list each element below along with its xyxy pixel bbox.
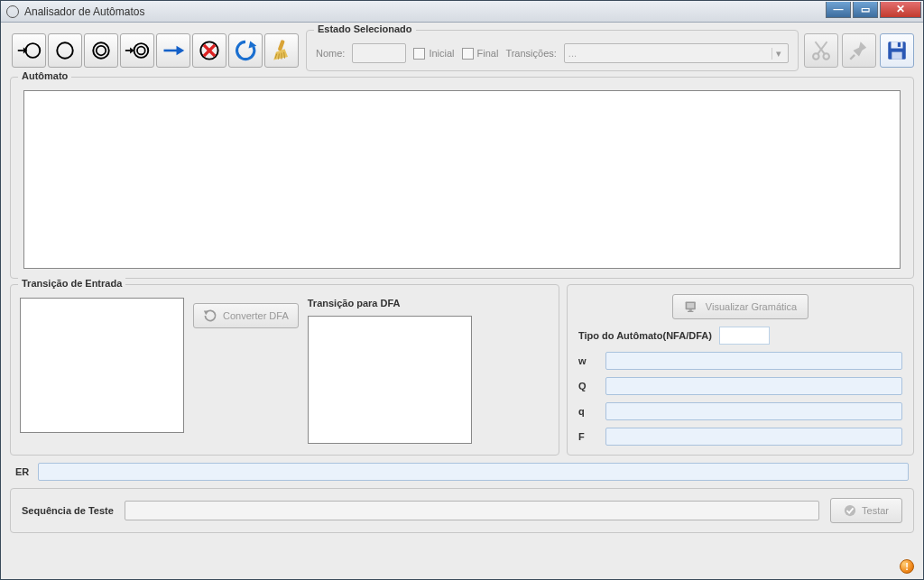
svg-point-5 <box>97 46 106 56</box>
convert-dfa-button[interactable]: Converter DFA <box>193 303 299 328</box>
sequence-label: Sequência de Teste <box>22 505 114 516</box>
automaton-canvas[interactable] <box>23 90 901 269</box>
automaton-type-row: Tipo do Autômato(NFA/DFA) <box>578 327 902 345</box>
svg-point-3 <box>57 42 73 59</box>
svg-rect-32 <box>687 303 694 308</box>
right-toolbar <box>804 30 914 71</box>
visualize-grammar-label: Visualizar Gramática <box>706 301 797 312</box>
test-label: Testar <box>862 505 889 516</box>
transitions-combo[interactable]: ... ▾ <box>564 43 789 63</box>
maximize-button[interactable]: ▭ <box>853 2 878 18</box>
info-panel: Visualizar Gramática Tipo do Autômato(NF… <box>567 284 914 456</box>
row-Q: Q <box>578 377 902 395</box>
automaton-legend: Autômato <box>18 70 71 81</box>
transition-dfa-list[interactable] <box>308 316 472 444</box>
lower-row: Transição de Entrada Converter DFA Trans… <box>10 284 914 456</box>
check-icon <box>844 504 856 517</box>
close-button[interactable]: ✕ <box>880 2 921 18</box>
row-F: F <box>578 428 902 446</box>
svg-marker-11 <box>177 46 185 56</box>
titlebar: Analisador de Autômatos — ▭ ✕ <box>1 1 923 23</box>
name-input[interactable] <box>352 43 406 63</box>
window-title: Analisador de Autômatos <box>24 5 824 18</box>
tool-initial-accept-state[interactable] <box>120 33 154 68</box>
minimize-button[interactable]: — <box>826 2 851 18</box>
svg-line-25 <box>850 55 855 60</box>
er-row: ER <box>10 461 914 483</box>
tool-accept-state[interactable] <box>84 33 118 68</box>
tool-delete[interactable] <box>192 33 226 68</box>
pin-button[interactable] <box>842 33 876 68</box>
svg-rect-29 <box>898 42 901 47</box>
app-icon <box>6 5 19 18</box>
delete-icon <box>197 38 222 63</box>
convert-dfa-label: Converter DFA <box>223 310 289 321</box>
initial-checkbox-wrap[interactable]: Inicial <box>413 48 454 60</box>
svg-rect-34 <box>688 311 693 312</box>
svg-point-35 <box>845 505 855 516</box>
tool-refresh[interactable] <box>228 33 263 68</box>
main-toolbar <box>10 30 300 71</box>
transition-in-column <box>20 298 184 446</box>
automaton-panel: Autômato <box>10 77 914 279</box>
initial-checkbox[interactable] <box>413 48 425 60</box>
state-initial-accept-icon <box>125 38 150 63</box>
transition-dfa-legend: Transição para DFA <box>308 298 472 308</box>
sequence-input[interactable] <box>125 501 819 520</box>
svg-point-9 <box>137 47 145 55</box>
initial-label: Inicial <box>429 48 454 59</box>
state-panel-legend: Estado Selecionado <box>314 23 416 34</box>
transitions-label: Transições: <box>505 48 556 59</box>
app-window: Analisador de Autômatos — ▭ ✕ <box>0 0 924 580</box>
save-icon <box>885 39 909 62</box>
name-label: Nome: <box>316 48 345 59</box>
window-controls: — ▭ ✕ <box>824 2 921 20</box>
cut-button[interactable] <box>804 33 838 68</box>
tool-initial-state[interactable] <box>12 33 46 68</box>
convert-icon <box>203 308 217 323</box>
visualize-grammar-button[interactable]: Visualizar Gramática <box>672 294 808 319</box>
transition-in-list[interactable] <box>20 298 184 433</box>
test-button[interactable]: Testar <box>830 498 902 523</box>
transition-dfa-column: Transição para DFA <box>308 298 472 446</box>
key-q: q <box>578 406 596 417</box>
key-F: F <box>578 431 596 442</box>
status-indicator: ! <box>900 559 914 574</box>
val-F <box>605 428 902 446</box>
pin-icon <box>847 39 871 62</box>
svg-marker-30 <box>204 310 209 315</box>
val-w <box>605 352 902 370</box>
er-value <box>38 463 909 481</box>
cut-icon <box>809 39 833 62</box>
transition-panels: Transição de Entrada Converter DFA Trans… <box>10 284 559 456</box>
state-accept-icon <box>88 38 114 63</box>
row-q: q <box>578 402 902 420</box>
transition-icon <box>161 38 186 63</box>
svg-rect-33 <box>688 309 691 311</box>
tool-clear[interactable] <box>264 33 299 68</box>
svg-point-2 <box>26 43 41 58</box>
state-icon <box>52 38 78 63</box>
convert-column: Converter DFA <box>193 298 299 446</box>
automaton-type-value <box>719 327 770 345</box>
val-q <box>605 402 902 420</box>
sequence-panel: Sequência de Teste Testar <box>10 488 914 533</box>
svg-rect-28 <box>892 52 901 60</box>
chevron-down-icon: ▾ <box>772 48 784 60</box>
transitions-selected: ... <box>568 48 577 59</box>
content-area: Estado Selecionado Nome: Inicial Final T… <box>1 23 923 579</box>
val-Q <box>605 377 902 395</box>
final-label: Final <box>477 48 499 59</box>
final-checkbox[interactable] <box>462 48 474 60</box>
row-w: w <box>578 352 902 370</box>
tool-state[interactable] <box>48 33 82 68</box>
key-Q: Q <box>578 381 596 391</box>
state-initial-icon <box>16 38 42 63</box>
svg-rect-27 <box>892 41 903 48</box>
key-w: w <box>578 355 596 366</box>
final-checkbox-wrap[interactable]: Final <box>462 48 499 60</box>
top-row: Estado Selecionado Nome: Inicial Final T… <box>10 30 914 71</box>
er-label: ER <box>15 466 29 477</box>
save-button[interactable] <box>880 33 914 68</box>
tool-transition[interactable] <box>156 33 190 68</box>
